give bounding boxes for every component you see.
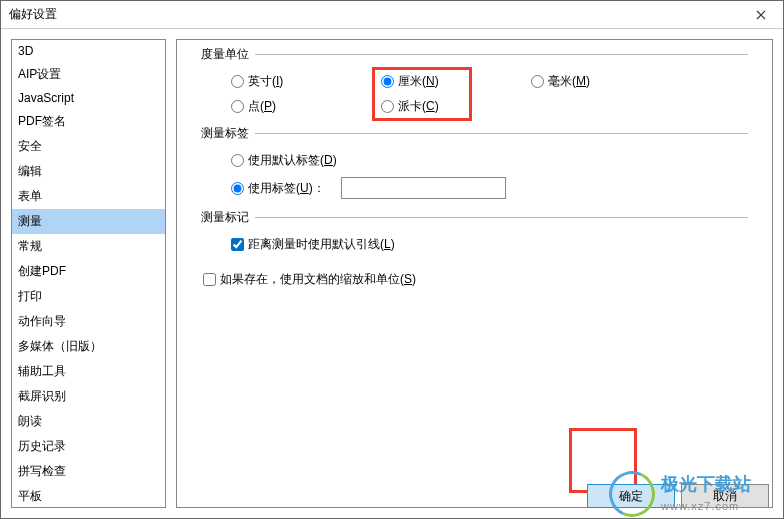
use-doc-scale-option[interactable]: 如果存在，使用文档的缩放和单位(S) [203, 271, 748, 288]
unit-point-radio[interactable] [231, 100, 244, 113]
label-legend: 测量标签 [201, 125, 255, 142]
mark-legend: 测量标记 [201, 209, 255, 226]
sidebar-item[interactable]: 常规 [12, 234, 165, 259]
sidebar-item[interactable]: 打印 [12, 284, 165, 309]
label-custom-option[interactable]: 使用标签(U)： [231, 177, 748, 199]
unit-mm-radio[interactable] [531, 75, 544, 88]
close-icon [756, 10, 766, 20]
unit-pica-option[interactable]: 派卡(C) [381, 98, 531, 115]
sidebar-item[interactable]: 历史记录 [12, 434, 165, 459]
unit-point-option[interactable]: 点(P) [231, 98, 381, 115]
unit-pica-radio[interactable] [381, 100, 394, 113]
units-fieldset: 度量单位 英寸(I) 厘米(N) 毫米(M) [201, 54, 748, 115]
sidebar-item[interactable]: 拼写检查 [12, 459, 165, 484]
label-custom-input[interactable] [341, 177, 506, 199]
dialog-title: 偏好设置 [9, 6, 739, 23]
unit-mm-option[interactable]: 毫米(M) [531, 73, 681, 90]
sidebar-item[interactable]: 朗读 [12, 409, 165, 434]
sidebar-item[interactable]: 截屏识别 [12, 384, 165, 409]
sidebar-item[interactable]: 辅助工具 [12, 359, 165, 384]
sidebar-item[interactable]: JavaScript [12, 87, 165, 109]
leader-line-checkbox[interactable] [231, 238, 244, 251]
units-legend: 度量单位 [201, 46, 255, 63]
sidebar-item[interactable]: 多媒体（旧版） [12, 334, 165, 359]
sidebar-item[interactable]: 创建PDF [12, 259, 165, 284]
sidebar-item[interactable]: 表单 [12, 184, 165, 209]
mark-fieldset: 测量标记 距离测量时使用默认引线(L) [201, 217, 748, 253]
settings-panel: 度量单位 英寸(I) 厘米(N) 毫米(M) [176, 39, 773, 508]
use-doc-scale-checkbox[interactable] [203, 273, 216, 286]
close-button[interactable] [739, 1, 783, 28]
titlebar: 偏好设置 [1, 1, 783, 29]
sidebar-item[interactable]: 编辑 [12, 159, 165, 184]
ok-button[interactable]: 确定 [587, 484, 675, 508]
sidebar-item[interactable]: 安全 [12, 134, 165, 159]
leader-line-option[interactable]: 距离测量时使用默认引线(L) [231, 236, 748, 253]
unit-inch-option[interactable]: 英寸(I) [231, 73, 381, 90]
label-custom-radio[interactable] [231, 182, 244, 195]
dialog-footer: 确定 取消 [587, 484, 769, 508]
unit-cm-option[interactable]: 厘米(N) [381, 73, 531, 90]
sidebar-item[interactable]: 平板 [12, 484, 165, 508]
unit-cm-radio[interactable] [381, 75, 394, 88]
label-default-option[interactable]: 使用默认标签(D) [231, 152, 748, 169]
preferences-dialog: 偏好设置 3DAIP设置JavaScriptPDF签名安全编辑表单测量常规创建P… [0, 0, 784, 519]
cancel-button[interactable]: 取消 [681, 484, 769, 508]
sidebar-item[interactable]: AIP设置 [12, 62, 165, 87]
sidebar-item[interactable]: PDF签名 [12, 109, 165, 134]
label-fieldset: 测量标签 使用默认标签(D) 使用标签(U)： [201, 133, 748, 199]
sidebar-item[interactable]: 3D [12, 40, 165, 62]
category-sidebar[interactable]: 3DAIP设置JavaScriptPDF签名安全编辑表单测量常规创建PDF打印动… [11, 39, 166, 508]
sidebar-item[interactable]: 测量 [12, 209, 165, 234]
label-default-radio[interactable] [231, 154, 244, 167]
sidebar-item[interactable]: 动作向导 [12, 309, 165, 334]
unit-inch-radio[interactable] [231, 75, 244, 88]
